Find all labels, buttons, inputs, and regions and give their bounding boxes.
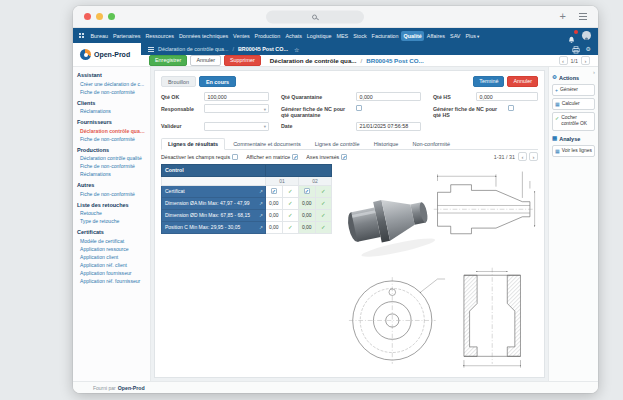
cancel-record-button[interactable]: Annuler xyxy=(507,76,538,88)
tab-non-conformite[interactable]: Non-conformité xyxy=(406,139,456,149)
browser-menu-icon[interactable] xyxy=(579,13,587,20)
matrix-cell[interactable]: 0,00 xyxy=(299,221,316,233)
matrix-cell[interactable] xyxy=(266,185,283,197)
nav-item-ressources[interactable]: Ressources xyxy=(143,31,176,41)
matrix-cell[interactable]: 0,00 xyxy=(299,209,316,221)
generate-nc-hs-checkbox[interactable] xyxy=(508,105,514,111)
generate-nc-quarantine-checkbox[interactable] xyxy=(356,105,362,111)
sidebar-item-reclamations-clients[interactable]: Réclamations xyxy=(77,107,146,115)
tab-commentaire-et-documents[interactable]: Commentaire et documents xyxy=(227,139,307,149)
tab-lignes-de-controle[interactable]: Lignes de contrôle xyxy=(309,139,366,149)
date-input[interactable]: 21/01/2025 07:56:58 xyxy=(356,122,421,131)
lines-next-button[interactable]: › xyxy=(529,152,538,161)
check-controls-ok-button[interactable]: ✓ Cocher contrôle OK xyxy=(552,112,595,130)
control-ok-cell[interactable]: ✓ xyxy=(315,185,332,197)
validator-select[interactable]: ▾ xyxy=(204,122,269,131)
nav-item-ventes[interactable]: Ventes xyxy=(231,31,253,41)
maximize-window-button[interactable] xyxy=(108,13,115,20)
favorite-star-icon[interactable]: ☆ xyxy=(294,46,299,53)
sidebar-item-fiche-nc-fournisseurs[interactable]: Fiche de non-conformité xyxy=(77,135,146,143)
sidebar-item-reclamations-productions[interactable]: Réclamations xyxy=(77,170,146,178)
control-ok-cell[interactable]: ✓ xyxy=(315,209,332,221)
status-pill-en-cours[interactable]: En cours xyxy=(199,76,236,87)
discard-button[interactable]: Annuler xyxy=(190,55,221,67)
previous-record-button[interactable]: ‹ xyxy=(559,56,568,65)
nav-item-affaires[interactable]: Affaires xyxy=(424,31,447,41)
sidebar-item-application-fournisseur[interactable]: Application fournisseur xyxy=(77,269,146,277)
tab-lignes-de-resultats[interactable]: Lignes de résultats xyxy=(161,138,225,150)
nav-item-facturation[interactable]: Facturation xyxy=(369,31,401,41)
sidebar-item-application-ref-client[interactable]: Application réf. client xyxy=(77,261,146,269)
generate-button[interactable]: + Générer xyxy=(552,84,595,96)
nav-item-partenaires[interactable]: Partenaires xyxy=(110,31,143,41)
matrix-cell[interactable] xyxy=(299,185,316,197)
disable-required-checkbox[interactable] xyxy=(232,154,238,160)
qty-ok-input[interactable]: 100,000 xyxy=(204,92,269,101)
nav-item-logistique[interactable]: Logistique xyxy=(304,31,334,41)
apps-grid-icon[interactable] xyxy=(79,33,84,38)
open-record-icon[interactable]: ↗ xyxy=(259,213,263,218)
next-record-button[interactable]: › xyxy=(581,56,590,65)
nav-item-mes[interactable]: MES xyxy=(334,31,351,41)
new-tab-icon[interactable]: + xyxy=(560,11,566,22)
lines-previous-button[interactable]: ‹ xyxy=(518,152,527,161)
inverted-axes-checkbox[interactable] xyxy=(341,154,347,160)
sidebar-item-application-ressource[interactable]: Application ressource xyxy=(77,245,146,253)
tab-historique[interactable]: Historique xyxy=(368,139,405,149)
mark-done-button[interactable]: Terminé xyxy=(473,76,504,88)
nav-item-stock[interactable]: Stock xyxy=(351,31,369,41)
minimize-window-button[interactable] xyxy=(96,13,103,20)
nav-item-plus[interactable]: Plus▾ xyxy=(463,31,482,41)
sidebar-item-retouche[interactable]: Retouche xyxy=(77,209,146,217)
sidebar-item-application-client[interactable]: Application client xyxy=(77,253,146,261)
open-record-icon[interactable]: ↗ xyxy=(259,225,263,230)
sidebar-item-fiche-nc-productions[interactable]: Fiche de non-conformité xyxy=(77,162,146,170)
sidebar-item-modele-certificat[interactable]: Modèle de certificat xyxy=(77,237,146,245)
delete-button[interactable]: Supprimer xyxy=(224,55,261,67)
address-search-bar[interactable] xyxy=(266,10,364,23)
sidebar-item-fiche-nc-assistant[interactable]: Fiche de non-conformité xyxy=(77,88,146,96)
save-button[interactable]: Enregistrer xyxy=(149,55,187,67)
qty-hs-input[interactable]: 0,000 xyxy=(476,92,538,101)
nav-item-achats[interactable]: Achats xyxy=(283,31,304,41)
nav-item-bureau[interactable]: Bureau xyxy=(88,31,110,41)
settings-gear-icon[interactable]: ⚙ xyxy=(586,46,591,52)
matrix-cell[interactable]: 0,00 xyxy=(266,221,283,233)
notifications-bell-icon[interactable] xyxy=(567,31,576,40)
collapse-panel-icon[interactable]: › xyxy=(593,69,595,75)
control-ok-cell[interactable]: ✓ xyxy=(282,197,299,209)
app-logo[interactable]: Open-Prod xyxy=(73,43,141,67)
status-pill-brouillon[interactable]: Brouillon xyxy=(161,76,196,87)
user-avatar[interactable] xyxy=(582,31,591,40)
sidebar-item-declaration-controle-qualite-productions[interactable]: Déclaration contrôle qualité xyxy=(77,154,146,162)
responsible-select[interactable]: ▾ xyxy=(204,104,269,113)
open-record-icon[interactable]: ↗ xyxy=(259,189,263,194)
control-ok-cell[interactable]: ✓ xyxy=(282,221,299,233)
close-window-button[interactable] xyxy=(84,13,91,20)
sidebar-item-fiche-nc-autres[interactable]: Fiche de non-conformité xyxy=(77,190,146,198)
nav-item-production[interactable]: Production xyxy=(252,31,283,41)
calculate-button[interactable]: ▦ Calculer xyxy=(552,98,595,110)
certificate-checkbox[interactable] xyxy=(271,188,277,194)
nav-item-donnees-techniques[interactable]: Données techniques xyxy=(176,31,230,41)
sidebar-item-application-ref-fournisseur[interactable]: Application réf. fournisseur xyxy=(77,277,146,285)
sidebar-item-declaration-controle-qualite-fournisseurs[interactable]: Déclaration contrôle qualité xyxy=(77,127,146,135)
sidebar-item-type-retouche[interactable]: Type de retouche xyxy=(77,217,146,225)
certificate-checkbox[interactable] xyxy=(304,188,310,194)
breadcrumb-parent-link[interactable]: Déclaration de contrôle qua... xyxy=(158,46,228,52)
matrix-view-checkbox[interactable] xyxy=(292,154,298,160)
matrix-cell[interactable]: 0,00 xyxy=(266,209,283,221)
collapse-menu-icon[interactable] xyxy=(148,46,154,53)
open-record-icon[interactable]: ↗ xyxy=(259,201,263,206)
matrix-cell[interactable]: 0,00 xyxy=(266,197,283,209)
sidebar-item-creer-declaration[interactable]: Créer une déclaration de c... xyxy=(77,80,146,88)
control-ok-cell[interactable]: ✓ xyxy=(282,209,299,221)
nav-item-sav[interactable]: SAV xyxy=(448,31,463,41)
qty-quarantine-input[interactable]: 0,000 xyxy=(356,92,421,101)
control-ok-cell[interactable]: ✓ xyxy=(315,221,332,233)
control-ok-cell[interactable]: ✓ xyxy=(315,197,332,209)
view-lines-button[interactable]: ▦ Voir les lignes xyxy=(552,145,595,157)
control-ok-cell[interactable]: ✓ xyxy=(282,185,299,197)
matrix-cell[interactable]: 0,00 xyxy=(299,197,316,209)
nav-item-qualite[interactable]: Qualité xyxy=(401,31,424,41)
